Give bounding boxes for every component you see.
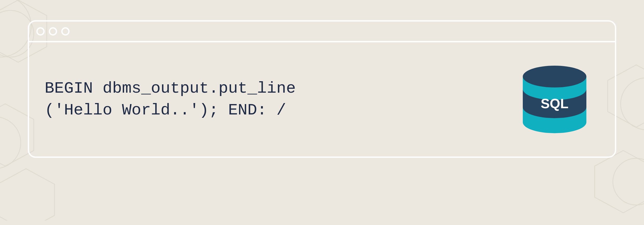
svg-point-4	[0, 117, 21, 169]
code-line-2: ('Hello World..'); END: /	[45, 99, 296, 121]
svg-marker-8	[595, 151, 644, 213]
svg-point-7	[621, 78, 644, 130]
window-titlebar	[29, 22, 615, 42]
window-control-dot	[49, 27, 57, 36]
terminal-window: BEGIN dbms_output.put_line ('Hello World…	[28, 20, 616, 158]
svg-point-9	[613, 158, 644, 205]
svg-marker-5	[0, 169, 55, 221]
window-content: BEGIN dbms_output.put_line ('Hello World…	[29, 42, 615, 156]
code-block: BEGIN dbms_output.put_line ('Hello World…	[45, 78, 296, 121]
database-icon: SQL	[520, 63, 589, 136]
svg-point-10	[523, 66, 586, 87]
svg-point-0	[0, 0, 31, 57]
window-control-dot	[61, 27, 70, 36]
db-label: SQL	[541, 96, 568, 111]
window-control-dot	[36, 27, 45, 36]
code-line-1: BEGIN dbms_output.put_line	[45, 78, 296, 99]
